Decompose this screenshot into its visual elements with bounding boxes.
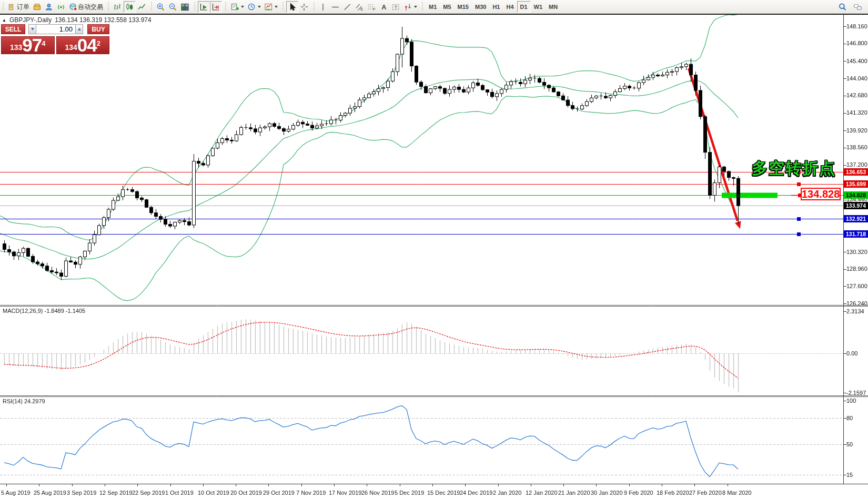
volume-input[interactable] xyxy=(36,24,75,34)
indicators-icon xyxy=(230,3,239,12)
new-order-button[interactable]: 订单 xyxy=(6,1,31,13)
ybox-icon xyxy=(33,3,42,12)
trendline-button[interactable] xyxy=(341,1,354,13)
date-tick-label: 5 Aug 2019 xyxy=(1,490,31,496)
price-level-badge: 133.974 xyxy=(844,202,868,209)
dropdown-arrow-icon[interactable] xyxy=(241,6,244,8)
dropdown-arrow-icon[interactable] xyxy=(414,6,417,8)
buy-price-pips: 04 xyxy=(77,38,97,53)
text-button[interactable]: A xyxy=(378,1,390,13)
tile-windows-button[interactable] xyxy=(179,1,191,13)
chart-shift-button[interactable] xyxy=(210,1,222,13)
toolbar: 订单自动交易EFATM1M5M15M30H1H4D1W1MN xyxy=(0,0,868,14)
buy-button[interactable]: BUY xyxy=(87,24,109,34)
macd-indicator-label: MACD(12,26,9) -1.8489 -1.1405 xyxy=(3,308,85,314)
toolbar-group: 订单自动交易 xyxy=(6,0,105,14)
date-tick-label: 30 Jan 2020 xyxy=(591,490,623,496)
price-tick-label: 137.200 xyxy=(846,161,867,168)
macd-tick-label: 0.00 xyxy=(846,350,857,357)
buy-price-figure: 134 xyxy=(65,44,77,51)
date-tick-label: 29 Oct 2019 xyxy=(263,490,295,496)
labelT-icon: T xyxy=(391,3,400,12)
indicators-button[interactable] xyxy=(229,1,246,13)
timeframe-w1-button[interactable]: W1 xyxy=(531,1,546,13)
toolbar-drag-handle[interactable] xyxy=(421,2,423,12)
date-tick-label: 21 Jan 2020 xyxy=(558,490,590,496)
date-tick-label: 5 Dec 2019 xyxy=(395,490,424,496)
fibonacci-button[interactable]: F xyxy=(366,1,378,13)
line-chart-button[interactable] xyxy=(136,1,148,13)
dropdown-arrow-icon[interactable] xyxy=(275,6,278,8)
profile-button[interactable] xyxy=(43,1,55,13)
timeframe-mn-button[interactable]: MN xyxy=(546,1,561,13)
zoom-out-button[interactable] xyxy=(167,1,179,13)
volume-decrease-button[interactable] xyxy=(28,24,36,34)
sell-button[interactable]: SELL xyxy=(1,24,25,34)
price-level-badge: 131.718 xyxy=(844,230,868,238)
toolbar-right-group xyxy=(836,1,864,13)
clock-icon xyxy=(247,3,256,12)
svg-text:E: E xyxy=(360,6,363,11)
zoom-in-button[interactable] xyxy=(155,1,167,13)
svg-text:T: T xyxy=(395,4,398,9)
zoomin-icon xyxy=(156,3,165,12)
dropdown-arrow-icon[interactable] xyxy=(258,6,261,8)
price-axis[interactable]: 148.160146.800145.400144.040142.680141.3… xyxy=(844,0,868,499)
timeframe-m30-button[interactable]: M30 xyxy=(472,1,489,13)
bar-chart-button[interactable] xyxy=(112,1,124,13)
auto-scroll-button[interactable] xyxy=(198,1,210,13)
search-button[interactable] xyxy=(836,1,849,13)
chat-button[interactable] xyxy=(852,1,864,13)
chart-ohlc-values: 136.134 136.319 132.558 133.974 xyxy=(55,16,152,24)
periods-button[interactable] xyxy=(246,1,263,13)
price-callout-label[interactable]: 134.828 xyxy=(801,188,841,200)
horizontal-line-button[interactable] xyxy=(329,1,341,13)
templates-button[interactable] xyxy=(263,1,279,13)
date-tick-label: 20 Oct 2019 xyxy=(230,490,262,496)
volume-increase-button[interactable] xyxy=(75,24,83,34)
autotrading-button[interactable]: 自动交易 xyxy=(67,1,105,13)
turning-point-annotation[interactable]: 多空转折点 xyxy=(752,158,836,179)
toolbar-drag-handle[interactable] xyxy=(224,2,227,12)
order-icon xyxy=(8,3,17,12)
toolbar-drag-handle[interactable] xyxy=(150,2,153,12)
toolbar-drag-handle[interactable] xyxy=(312,2,315,12)
signals-button[interactable] xyxy=(55,1,67,13)
buy-price-display[interactable]: 134 04 2 xyxy=(56,36,110,54)
sell-price-display[interactable]: 133 97 4 xyxy=(1,36,55,54)
arrows-button[interactable] xyxy=(402,1,419,13)
svg-text:F: F xyxy=(373,6,376,11)
sell-price-pips: 97 xyxy=(22,38,42,53)
time-axis[interactable]: 5 Aug 201925 Aug 20193 Sep 201912 Sep 20… xyxy=(0,488,868,499)
toolbar-drag-handle[interactable] xyxy=(2,2,4,12)
cursor-button[interactable] xyxy=(286,1,298,13)
market-watch-button[interactable] xyxy=(31,1,43,13)
date-tick-label: 26 Nov 2019 xyxy=(361,490,394,496)
toolbar-drag-handle[interactable] xyxy=(193,2,196,12)
toolbar-drag-handle[interactable] xyxy=(281,2,284,12)
crosshair-button[interactable] xyxy=(298,1,310,13)
chat-icon xyxy=(853,3,862,12)
signal-icon xyxy=(57,3,66,12)
timeframe-h1-button[interactable]: H1 xyxy=(489,1,503,13)
timeframe-d1-button[interactable]: D1 xyxy=(517,1,531,13)
channel-icon: E xyxy=(355,3,364,12)
candle-chart-button[interactable] xyxy=(124,1,136,13)
timeframe-m5-button[interactable]: M5 xyxy=(440,1,454,13)
timeframe-m1-button[interactable]: M1 xyxy=(426,1,440,13)
vertical-line-button[interactable] xyxy=(317,1,329,13)
sell-price-figure: 133 xyxy=(10,44,22,51)
timeframe-m15-button[interactable]: M15 xyxy=(455,1,472,13)
channel-button[interactable]: E xyxy=(354,1,366,13)
label-button[interactable]: T xyxy=(390,1,402,13)
new-order-button-label: 订单 xyxy=(17,3,29,12)
price-tick-label: 145.400 xyxy=(846,58,867,64)
one-click-trade-panel: SELL BUY 133 97 4 134 04 2 xyxy=(1,24,109,54)
date-tick-label: 1 Oct 2019 xyxy=(165,490,194,496)
bars-icon xyxy=(113,3,122,12)
timeframe-h4-button[interactable]: H4 xyxy=(503,1,517,13)
price-chart-canvas[interactable] xyxy=(0,0,868,499)
globe-icon xyxy=(69,3,78,12)
autotrading-button-label: 自动交易 xyxy=(78,3,103,12)
toolbar-drag-handle[interactable] xyxy=(107,2,109,12)
